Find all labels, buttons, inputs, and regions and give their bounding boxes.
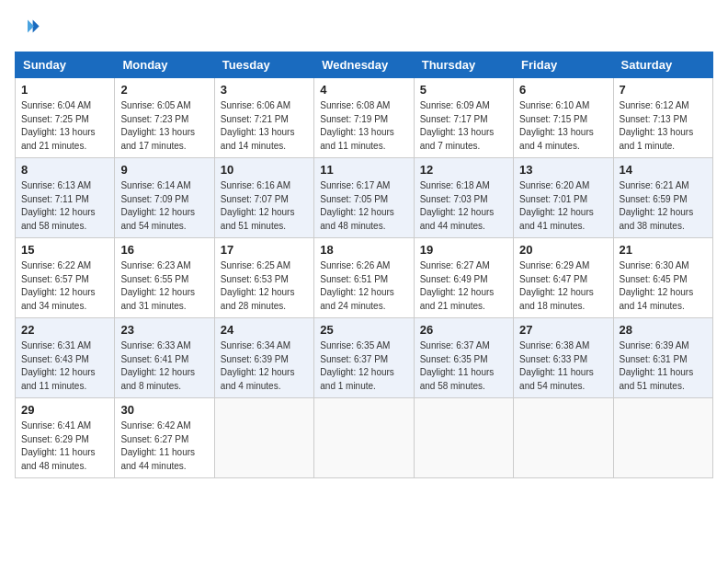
calendar-week-row: 8Sunrise: 6:13 AM Sunset: 7:11 PM Daylig… [16, 158, 713, 238]
calendar-week-row: 15Sunrise: 6:22 AM Sunset: 6:57 PM Dayli… [16, 238, 713, 318]
day-info: Sunrise: 6:12 AM Sunset: 7:13 PM Dayligh… [620, 99, 707, 153]
day-number: 3 [221, 83, 308, 97]
day-info: Sunrise: 6:25 AM Sunset: 6:53 PM Dayligh… [221, 259, 308, 313]
day-info: Sunrise: 6:04 AM Sunset: 7:25 PM Dayligh… [21, 99, 108, 153]
day-number: 7 [620, 83, 707, 97]
day-number: 11 [320, 163, 407, 177]
weekday-header: Saturday [613, 52, 712, 78]
day-info: Sunrise: 6:14 AM Sunset: 7:09 PM Dayligh… [120, 179, 208, 233]
day-number: 23 [120, 323, 208, 337]
calendar-cell: 19Sunrise: 6:27 AM Sunset: 6:49 PM Dayli… [414, 238, 513, 318]
day-number: 22 [21, 323, 108, 337]
day-info: Sunrise: 6:22 AM Sunset: 6:57 PM Dayligh… [21, 259, 108, 313]
day-number: 24 [221, 323, 308, 337]
day-info: Sunrise: 6:05 AM Sunset: 7:23 PM Dayligh… [120, 99, 208, 153]
day-number: 17 [221, 243, 308, 257]
day-number: 14 [620, 163, 707, 177]
calendar-cell: 4Sunrise: 6:08 AM Sunset: 7:19 PM Daylig… [314, 78, 414, 158]
day-number: 26 [420, 323, 507, 337]
day-info: Sunrise: 6:42 AM Sunset: 6:27 PM Dayligh… [120, 419, 208, 473]
day-info: Sunrise: 6:33 AM Sunset: 6:41 PM Dayligh… [120, 339, 208, 393]
day-number: 1 [21, 83, 108, 97]
calendar-week-row: 22Sunrise: 6:31 AM Sunset: 6:43 PM Dayli… [16, 318, 713, 398]
calendar-cell: 18Sunrise: 6:26 AM Sunset: 6:51 PM Dayli… [314, 238, 414, 318]
weekday-header: Monday [115, 52, 214, 78]
day-number: 25 [320, 323, 407, 337]
calendar-week-row: 29Sunrise: 6:41 AM Sunset: 6:29 PM Dayli… [16, 398, 713, 478]
calendar-cell: 8Sunrise: 6:13 AM Sunset: 7:11 PM Daylig… [16, 158, 115, 238]
calendar-cell: 3Sunrise: 6:06 AM Sunset: 7:21 PM Daylig… [214, 78, 313, 158]
calendar-cell: 29Sunrise: 6:41 AM Sunset: 6:29 PM Dayli… [16, 398, 115, 478]
day-info: Sunrise: 6:35 AM Sunset: 6:37 PM Dayligh… [320, 339, 407, 393]
calendar-cell: 12Sunrise: 6:18 AM Sunset: 7:03 PM Dayli… [414, 158, 513, 238]
calendar-cell: 5Sunrise: 6:09 AM Sunset: 7:17 PM Daylig… [414, 78, 513, 158]
day-number: 5 [420, 83, 507, 97]
day-info: Sunrise: 6:21 AM Sunset: 6:59 PM Dayligh… [620, 179, 707, 233]
day-number: 20 [519, 243, 607, 257]
calendar-cell: 1Sunrise: 6:04 AM Sunset: 7:25 PM Daylig… [16, 78, 115, 158]
day-info: Sunrise: 6:31 AM Sunset: 6:43 PM Dayligh… [21, 339, 108, 393]
calendar-cell: 25Sunrise: 6:35 AM Sunset: 6:37 PM Dayli… [314, 318, 414, 398]
calendar-cell: 16Sunrise: 6:23 AM Sunset: 6:55 PM Dayli… [115, 238, 214, 318]
calendar-cell: 7Sunrise: 6:12 AM Sunset: 7:13 PM Daylig… [613, 78, 712, 158]
day-info: Sunrise: 6:18 AM Sunset: 7:03 PM Dayligh… [420, 179, 507, 233]
calendar-cell: 26Sunrise: 6:37 AM Sunset: 6:35 PM Dayli… [414, 318, 513, 398]
day-info: Sunrise: 6:29 AM Sunset: 6:47 PM Dayligh… [519, 259, 607, 313]
day-number: 13 [519, 163, 607, 177]
calendar-table: SundayMondayTuesdayWednesdayThursdayFrid… [15, 52, 713, 478]
day-info: Sunrise: 6:39 AM Sunset: 6:31 PM Dayligh… [620, 339, 707, 393]
day-number: 2 [120, 83, 208, 97]
day-info: Sunrise: 6:37 AM Sunset: 6:35 PM Dayligh… [420, 339, 507, 393]
day-info: Sunrise: 6:34 AM Sunset: 6:39 PM Dayligh… [221, 339, 308, 393]
day-number: 12 [420, 163, 507, 177]
weekday-header-row: SundayMondayTuesdayWednesdayThursdayFrid… [16, 52, 713, 78]
calendar-cell [414, 398, 513, 478]
page-header [15, 15, 713, 40]
day-info: Sunrise: 6:13 AM Sunset: 7:11 PM Dayligh… [21, 179, 108, 233]
calendar-cell [314, 398, 414, 478]
calendar-cell: 28Sunrise: 6:39 AM Sunset: 6:31 PM Dayli… [613, 318, 712, 398]
calendar-cell: 27Sunrise: 6:38 AM Sunset: 6:33 PM Dayli… [514, 318, 613, 398]
day-number: 16 [120, 243, 208, 257]
day-number: 9 [120, 163, 208, 177]
calendar-cell: 14Sunrise: 6:21 AM Sunset: 6:59 PM Dayli… [613, 158, 712, 238]
day-info: Sunrise: 6:26 AM Sunset: 6:51 PM Dayligh… [320, 259, 407, 313]
day-number: 28 [620, 323, 707, 337]
day-number: 18 [320, 243, 407, 257]
calendar-cell: 20Sunrise: 6:29 AM Sunset: 6:47 PM Dayli… [514, 238, 613, 318]
calendar-cell: 11Sunrise: 6:17 AM Sunset: 7:05 PM Dayli… [314, 158, 414, 238]
day-number: 27 [519, 323, 607, 337]
calendar-cell: 17Sunrise: 6:25 AM Sunset: 6:53 PM Dayli… [214, 238, 313, 318]
weekday-header: Wednesday [314, 52, 414, 78]
day-info: Sunrise: 6:10 AM Sunset: 7:15 PM Dayligh… [519, 99, 607, 153]
calendar-cell: 2Sunrise: 6:05 AM Sunset: 7:23 PM Daylig… [115, 78, 214, 158]
calendar-cell: 15Sunrise: 6:22 AM Sunset: 6:57 PM Dayli… [16, 238, 115, 318]
day-info: Sunrise: 6:09 AM Sunset: 7:17 PM Dayligh… [420, 99, 507, 153]
day-info: Sunrise: 6:16 AM Sunset: 7:07 PM Dayligh… [221, 179, 308, 233]
day-number: 15 [21, 243, 108, 257]
calendar-cell [214, 398, 313, 478]
day-info: Sunrise: 6:41 AM Sunset: 6:29 PM Dayligh… [21, 419, 108, 473]
calendar-cell: 23Sunrise: 6:33 AM Sunset: 6:41 PM Dayli… [115, 318, 214, 398]
logo-icon [15, 15, 40, 40]
weekday-header: Sunday [16, 52, 115, 78]
calendar-cell: 9Sunrise: 6:14 AM Sunset: 7:09 PM Daylig… [115, 158, 214, 238]
calendar-cell: 22Sunrise: 6:31 AM Sunset: 6:43 PM Dayli… [16, 318, 115, 398]
day-number: 6 [519, 83, 607, 97]
calendar-cell: 21Sunrise: 6:30 AM Sunset: 6:45 PM Dayli… [613, 238, 712, 318]
logo [15, 15, 44, 40]
day-number: 19 [420, 243, 507, 257]
day-number: 30 [120, 403, 208, 417]
day-info: Sunrise: 6:08 AM Sunset: 7:19 PM Dayligh… [320, 99, 407, 153]
day-info: Sunrise: 6:38 AM Sunset: 6:33 PM Dayligh… [519, 339, 607, 393]
day-info: Sunrise: 6:06 AM Sunset: 7:21 PM Dayligh… [221, 99, 308, 153]
weekday-header: Tuesday [214, 52, 313, 78]
calendar-cell: 24Sunrise: 6:34 AM Sunset: 6:39 PM Dayli… [214, 318, 313, 398]
calendar-cell: 13Sunrise: 6:20 AM Sunset: 7:01 PM Dayli… [514, 158, 613, 238]
calendar-cell [613, 398, 712, 478]
day-number: 10 [221, 163, 308, 177]
day-number: 21 [620, 243, 707, 257]
calendar-cell: 30Sunrise: 6:42 AM Sunset: 6:27 PM Dayli… [115, 398, 214, 478]
day-info: Sunrise: 6:23 AM Sunset: 6:55 PM Dayligh… [120, 259, 208, 313]
calendar-week-row: 1Sunrise: 6:04 AM Sunset: 7:25 PM Daylig… [16, 78, 713, 158]
